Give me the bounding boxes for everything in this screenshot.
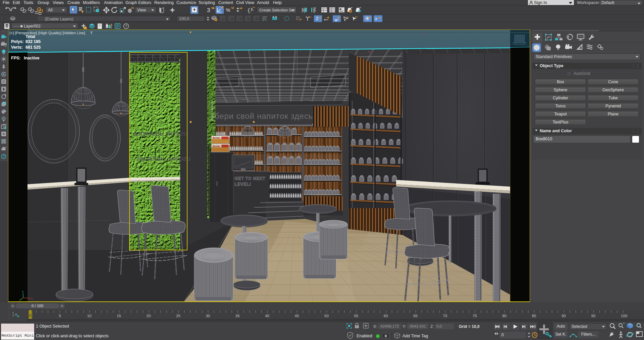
svg-text:25: 25 (176, 314, 180, 318)
svg-text:зарядись энерги: зарядись энерги (133, 129, 188, 137)
svg-text:бери свой напиток здесь: бери свой напиток здесь (215, 111, 313, 120)
svg-text:80: 80 (502, 314, 506, 318)
svg-text:Bombe: Bombe (213, 145, 220, 147)
svg-text:40: 40 (265, 314, 269, 318)
svg-text:x: x (375, 16, 377, 21)
svg-text:50: 50 (324, 314, 329, 318)
svg-text:20: 20 (147, 314, 151, 318)
svg-text:z: z (22, 290, 24, 293)
svg-text:возьми с собой: возьми с собой (211, 101, 214, 121)
svg-text:A: A (265, 18, 267, 21)
svg-text:60: 60 (384, 314, 388, 318)
svg-text:Total: Total (25, 34, 35, 39)
svg-text:?: ? (125, 24, 127, 28)
svg-text:зарядись энерги: зарядись энерги (136, 154, 191, 162)
svg-text:Verts:: Verts: (11, 45, 23, 50)
svg-text:Y: Y (368, 50, 370, 54)
svg-text:Polys:: Polys: (11, 39, 24, 44)
svg-text:100: 100 (621, 314, 627, 318)
svg-text:{: { (247, 8, 251, 14)
svg-text:FPS:: FPS: (11, 56, 20, 60)
svg-text:30: 30 (206, 314, 210, 318)
svg-text:35: 35 (235, 314, 240, 318)
svg-text:GET TO NEXT: GET TO NEXT (234, 176, 265, 181)
svg-text:15: 15 (117, 314, 121, 318)
svg-text:5: 5 (59, 314, 61, 318)
svg-text:[+] [Perspective] [High Quali: [+] [Perspective] [High Quality] [Hidden… (9, 31, 85, 35)
svg-text:55: 55 (354, 314, 358, 318)
svg-text:832 185: 832 185 (25, 39, 41, 44)
svg-text:65: 65 (413, 314, 418, 318)
svg-text:x: x (31, 297, 33, 300)
svg-text:45: 45 (295, 314, 299, 318)
svg-text:x: x (424, 33, 426, 36)
svg-text:85: 85 (532, 314, 536, 318)
svg-text:Inactive: Inactive (24, 56, 40, 60)
svg-text:95: 95 (591, 314, 596, 318)
svg-text:Bombe: Bombe (213, 137, 220, 139)
svg-text:0: 0 (29, 313, 31, 318)
svg-text:y: y (19, 298, 21, 301)
svg-text:10: 10 (87, 314, 92, 318)
svg-text:0: 0 (501, 333, 504, 337)
svg-text:70: 70 (443, 314, 447, 318)
svg-text:?: ? (3, 155, 5, 158)
svg-text:90: 90 (561, 314, 566, 318)
svg-text:75: 75 (473, 314, 477, 318)
svg-text:%: % (226, 7, 230, 13)
svg-text:3: 3 (207, 7, 210, 13)
svg-text:681 525: 681 525 (25, 45, 41, 50)
svg-text:LEVEL!: LEVEL! (234, 182, 251, 187)
